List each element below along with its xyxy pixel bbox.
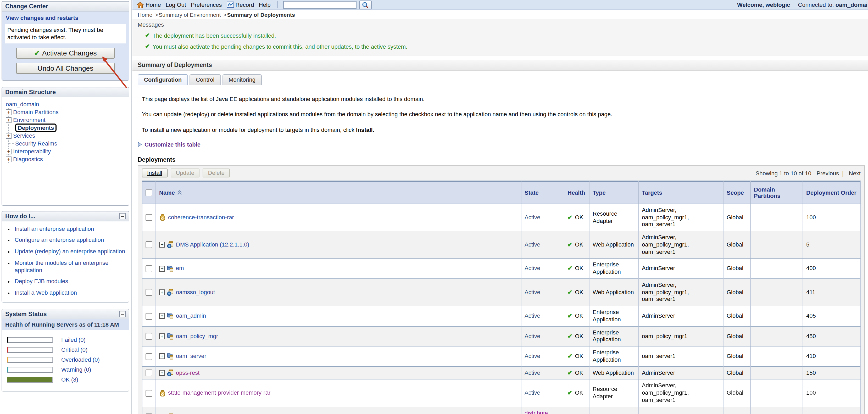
check-icon: ✔	[34, 49, 40, 57]
deployment-link-oamsso-logout[interactable]: oamsso_logout	[176, 289, 215, 296]
how-do-i-item: Deploy EJB modules	[15, 278, 129, 286]
cell-state: Active	[521, 326, 564, 347]
expand-row-icon[interactable]: +	[159, 370, 165, 376]
table-row: +oamsso_logoutActive✔OKWeb ApplicationAd…	[142, 279, 861, 307]
row-checkbox[interactable]	[146, 370, 152, 376]
health-text: OK	[575, 313, 583, 319]
expand-row-icon[interactable]: +	[159, 242, 165, 248]
column-deployment-order[interactable]: Deployment Order	[803, 181, 861, 204]
row-checkbox[interactable]	[146, 353, 152, 360]
deployment-link-oam-admin[interactable]: oam_admin	[176, 313, 206, 320]
preferences-link[interactable]: Preferences	[191, 2, 222, 8]
expand-plus-icon[interactable]: +	[6, 133, 11, 138]
cell-domain-partitions	[751, 259, 803, 279]
expand-row-icon[interactable]: +	[159, 289, 165, 295]
previous-link[interactable]: Previous	[816, 170, 839, 177]
how-link-update-redeploy-an-enterprise-application[interactable]: Update (redeploy) an enterprise applicat…	[15, 248, 125, 254]
customize-table-link[interactable]: Customize this table	[138, 141, 868, 148]
messages-title: Messages	[138, 22, 868, 28]
expand-row-icon[interactable]: +	[159, 313, 165, 319]
table-row: state-management-provider-memory-rarActi…	[142, 380, 861, 407]
expand-row-icon[interactable]: +	[159, 354, 165, 359]
breadcrumb-summary-environment[interactable]: Summary of Environment	[159, 11, 221, 18]
select-all-checkbox[interactable]	[146, 189, 152, 196]
search-input[interactable]	[283, 1, 356, 9]
column-type[interactable]: Type	[589, 181, 639, 204]
deployment-link-dms-application-12-2-1-1-0[interactable]: DMS Application (12.2.1.1.0)	[176, 241, 249, 249]
search-button[interactable]	[359, 0, 372, 9]
table-row: +oam_policy_mgrActive✔OKEnterprise Appli…	[142, 326, 861, 347]
how-link-deploy-ejb-modules[interactable]: Deploy EJB modules	[15, 278, 68, 284]
column-health[interactable]: Health	[564, 181, 589, 204]
expand-row-icon[interactable]: +	[159, 333, 165, 339]
cell-scope: Global	[723, 380, 751, 407]
column-targets[interactable]: Targets	[639, 181, 723, 204]
cell-health: ✔OK	[564, 347, 589, 367]
expand-plus-icon[interactable]: +	[6, 117, 11, 123]
install-button[interactable]: Install	[142, 169, 167, 178]
deployment-link-opss-rest[interactable]: opss-rest	[176, 369, 200, 377]
collapse-icon[interactable]: −	[119, 311, 126, 317]
cell-name: +oam_admin	[156, 306, 521, 326]
table-row: coherence-transaction-rarActive✔OKResour…	[142, 204, 861, 232]
row-checkbox[interactable]	[146, 265, 152, 272]
tree-link-interoperability[interactable]: Interoperability	[13, 148, 51, 154]
cell-type: Web Application	[589, 367, 639, 380]
home-toolbar-link[interactable]: Home	[137, 1, 161, 8]
tree-link-diagnostics[interactable]: Diagnostics	[13, 156, 43, 162]
logout-link[interactable]: Log Out	[166, 2, 186, 8]
tab-monitoring[interactable]: Monitoring	[222, 74, 262, 85]
row-select-cell	[142, 326, 156, 347]
activate-changes-button[interactable]: ✔Activate Changes	[16, 47, 115, 58]
how-link-install-an-enterprise-application[interactable]: Install an enterprise application	[15, 225, 94, 232]
cell-deployment-order: 411	[803, 279, 861, 307]
column-domain-partitions[interactable]: Domain Partitions	[751, 181, 803, 204]
column-scope[interactable]: Scope	[723, 181, 751, 204]
deployment-link-coherence-transaction-rar[interactable]: coherence-transaction-rar	[168, 214, 234, 221]
expand-plus-icon[interactable]: +	[6, 148, 11, 154]
deployment-link-oam-policy-mgr[interactable]: oam_policy_mgr	[176, 332, 218, 340]
expand-plus-icon[interactable]: +	[6, 109, 11, 115]
tree-link-domain-partitions[interactable]: Domain Partitions	[13, 109, 59, 115]
tree-link-deployments[interactable]: Deployments	[15, 124, 57, 132]
delete-button[interactable]: Delete	[203, 169, 230, 178]
expand-plus-icon[interactable]: +	[6, 156, 11, 162]
row-checkbox[interactable]	[146, 313, 152, 320]
tree-link-services[interactable]: Services	[13, 132, 35, 139]
row-select-cell	[142, 279, 156, 307]
tab-configuration[interactable]: Configuration	[138, 74, 188, 85]
expand-row-icon[interactable]: +	[159, 266, 165, 272]
help-link[interactable]: Help	[259, 2, 271, 8]
row-checkbox[interactable]	[146, 333, 152, 340]
how-link-configure-an-enterprise-application[interactable]: Configure an enterprise application	[15, 237, 104, 243]
record-link[interactable]: Record	[227, 2, 254, 8]
row-checkbox[interactable]	[146, 242, 152, 248]
next-link[interactable]: Next	[849, 170, 861, 177]
view-changes-link[interactable]: View changes and restarts	[6, 15, 126, 21]
cell-scope: Global	[723, 279, 751, 307]
row-checkbox[interactable]	[146, 289, 152, 296]
how-link-monitor-the-modules-of-an-enterprise-application[interactable]: Monitor the modules of an enterprise app…	[15, 260, 108, 273]
breadcrumb-home[interactable]: Home	[138, 11, 152, 18]
row-checkbox[interactable]	[146, 214, 152, 221]
how-link-install-a-web-application[interactable]: Install a Web application	[15, 289, 77, 296]
collapse-icon[interactable]: −	[119, 213, 126, 219]
column-state[interactable]: State	[521, 181, 564, 204]
tree-link-oam-domain[interactable]: oam_domain	[6, 101, 39, 107]
row-checkbox[interactable]	[146, 390, 152, 396]
toolbar-divider	[277, 1, 278, 8]
tree-link-environment[interactable]: Environment	[13, 117, 45, 123]
row-select-cell	[142, 231, 156, 259]
tree-link-security-realms[interactable]: Security Realms	[15, 140, 57, 147]
row-select-cell	[142, 347, 156, 367]
column-name[interactable]: Name	[156, 181, 521, 204]
undo-all-changes-button[interactable]: Undo All Changes	[16, 63, 115, 73]
cell-health	[564, 407, 589, 414]
cell-state: Active	[521, 231, 564, 259]
update-button[interactable]: Update	[170, 169, 200, 178]
tab-control[interactable]: Control	[189, 74, 221, 85]
state-text: Active	[525, 389, 540, 396]
deployment-link-em[interactable]: em	[176, 265, 184, 273]
deployment-link-state-management-provider-memory-rar[interactable]: state-management-provider-memory-rar	[168, 389, 270, 397]
deployment-link-oam-server[interactable]: oam_server	[176, 353, 206, 360]
